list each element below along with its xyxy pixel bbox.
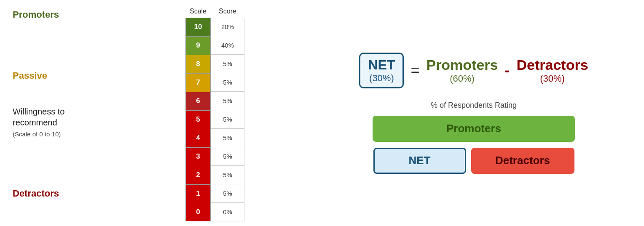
scale-cell: 0 — [185, 203, 211, 221]
willingness-line1: Willingness to — [13, 107, 64, 116]
detractors-bar: Detractors — [471, 148, 574, 174]
scale-header: Scale — [185, 5, 211, 18]
bottom-bars: NET Detractors — [373, 148, 574, 174]
scale-cell: 5 — [185, 110, 211, 129]
net-formula-pct: (30%) — [368, 73, 395, 84]
score-cell: 5% — [211, 147, 244, 166]
scale-cell: 8 — [185, 55, 211, 73]
score-cell: 5% — [211, 110, 244, 129]
promoters-bar: Promoters — [373, 116, 575, 142]
score-header: Score — [211, 5, 244, 18]
score-cell: 5% — [211, 166, 244, 184]
score-cell: 5% — [211, 184, 244, 203]
willingness-scale-note: (Scale of 0 to 10) — [13, 130, 61, 138]
scale-cell: 7 — [185, 73, 211, 92]
respondents-label: % of Respondents Rating — [431, 101, 517, 110]
label-promoters: Promoters — [13, 9, 59, 20]
scale-cell: 3 — [185, 147, 211, 166]
label-passive: Passive — [13, 70, 47, 81]
score-cell: 0% — [211, 203, 244, 221]
score-cell: 20% — [211, 18, 244, 36]
formula-detractors-label: Detractors — [517, 57, 588, 73]
net-formula-box: NET (30%) — [359, 53, 404, 88]
net-formula-label: NET — [368, 57, 395, 73]
left-section: Promoters Passive Willingness to recomme… — [0, 0, 303, 226]
score-cell: 5% — [211, 55, 244, 73]
minus-sign: - — [505, 61, 510, 79]
score-cell: 5% — [211, 92, 244, 110]
score-cell: 5% — [211, 129, 244, 147]
scale-table: Scale 109876543210 Score 20%40%5%5%5%5%5… — [185, 5, 244, 221]
page-container: Promoters Passive Willingness to recomme… — [0, 0, 644, 226]
formula-promoters-pct: (60%) — [426, 73, 498, 84]
equals-sign: = — [411, 61, 419, 79]
formula-detractors-pct: (30%) — [517, 73, 588, 84]
formula-row: NET (30%) = Promoters (60%) - Detractors… — [359, 53, 588, 88]
scale-cell: 10 — [185, 18, 211, 36]
scale-cell: 2 — [185, 166, 211, 184]
scale-cell: 9 — [185, 36, 211, 55]
score-cell: 5% — [211, 73, 244, 92]
right-section: NET (30%) = Promoters (60%) - Detractors… — [303, 0, 644, 226]
score-column: Score 20%40%5%5%5%5%5%5%5%5%0% — [211, 5, 244, 221]
score-cell: 40% — [211, 36, 244, 55]
willingness-line2: recommend — [13, 118, 57, 127]
formula-detractors: Detractors (30%) — [517, 57, 588, 84]
scale-column: Scale 109876543210 — [185, 5, 211, 221]
scale-cell: 1 — [185, 184, 211, 203]
formula-promoters-label: Promoters — [426, 57, 498, 73]
formula-promoters: Promoters (60%) — [426, 57, 498, 84]
scale-cell: 6 — [185, 92, 211, 110]
label-willingness: Willingness to recommend (Scale of 0 to … — [13, 106, 64, 139]
label-detractors-left: Detractors — [13, 188, 59, 199]
net-bar: NET — [373, 148, 466, 174]
scale-cell: 4 — [185, 129, 211, 147]
